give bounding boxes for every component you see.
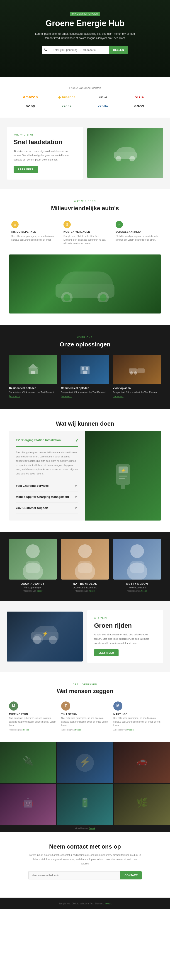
greenride-label: WIJ ZIJN xyxy=(94,617,156,619)
testimonials-title: Wat mensen zeggen xyxy=(9,687,161,695)
solution-desc-commercial: Sample text. Click to select the Text El… xyxy=(61,391,109,394)
feature-label-scale: SCHAALBAARHEID xyxy=(116,231,159,233)
gallery-grid: 🔌 ⚡ 🚗 🤖 🔋 xyxy=(0,742,170,825)
accordion-icon-fast: ∨ xyxy=(74,484,78,488)
betty-caption-link[interactable]: freepik xyxy=(141,590,147,592)
charging-station-icon: ⚡ xyxy=(107,460,139,492)
tina-text: Stet clita kasd gubergren, no sea takima… xyxy=(61,716,109,727)
clients-grid: amazon ◆ BINANCE EV∃A TESLA SONY crocs C… xyxy=(14,95,156,108)
greenride-image: ⚡ xyxy=(7,612,83,662)
gallery-image-2-icon: ⚡ xyxy=(57,742,113,783)
svg-point-7 xyxy=(100,294,107,301)
svg-point-28 xyxy=(78,544,92,558)
contact-section: Neem contact met ons op Lorem ipsum dolo… xyxy=(0,832,170,897)
mike-text: Stet clita kasd gubergren, no sea takima… xyxy=(9,716,57,727)
feature-label-risk: RISICO BEPERKEN xyxy=(11,231,54,233)
svg-rect-23 xyxy=(119,478,125,479)
contact-email-input[interactable] xyxy=(28,871,120,880)
accordion-header-support[interactable]: 24/7 Customer Support ∨ xyxy=(16,506,78,510)
who-read-more-button[interactable]: LEES MEER xyxy=(14,166,38,173)
contact-submit-button[interactable]: CONTACT xyxy=(120,871,142,880)
nat-caption-link[interactable]: freepik xyxy=(89,590,95,592)
feature-item-scale: ✓ SCHAALBAARHEID Stet clita kasd gubergr… xyxy=(113,219,161,248)
jack-caption-link[interactable]: freepik xyxy=(37,590,43,592)
betty-person-icon xyxy=(113,539,161,579)
cost-icon: $ xyxy=(63,221,71,228)
who-text-block: WIE WIJ ZIJN Snel laadstation At wisi eo… xyxy=(7,127,83,180)
svg-marker-9 xyxy=(27,364,39,368)
tina-caption: Afbeelding van freepik xyxy=(61,729,109,731)
svg-text:🔌: 🔌 xyxy=(22,756,34,766)
solution-image-fleet xyxy=(113,355,161,384)
accordion-title-fast: Fast Charging Services xyxy=(16,484,49,487)
hero-phone-input[interactable] xyxy=(50,46,109,54)
solution-desc-fleet: Sample text. Click to select the Text El… xyxy=(113,391,161,394)
cando-main-label: EV Charging Station Installation xyxy=(16,438,61,442)
testimonial-card-mike: M MIKE NORTON Stet clita kasd gubergren,… xyxy=(9,702,57,731)
solutions-section: OVER ONS Onze oplossingen Residentieel o… xyxy=(0,325,170,409)
svg-point-6 xyxy=(63,294,70,301)
solution-card-residential: Residentieel opladen Sample text. Click … xyxy=(9,355,57,398)
svg-point-31 xyxy=(130,544,144,558)
what-label: WAT WIJ DOEN xyxy=(9,200,161,202)
team-card-jack: JACK ALVAREZ Verkoopmanager Afbeelding v… xyxy=(9,539,57,592)
tina-name: TINA STERN xyxy=(61,713,109,716)
mary-text: Stet clita kasd gubergren, no sea takima… xyxy=(113,716,161,727)
contact-form: CONTACT xyxy=(28,871,142,880)
accordion-header-mobile[interactable]: Mobile App for Charging Management ∨ xyxy=(16,495,78,499)
mike-caption-link[interactable]: freepik xyxy=(23,729,29,731)
gallery-image-1-icon: 🔌 xyxy=(0,742,56,783)
hero-call-button[interactable]: BELLEN xyxy=(109,46,128,54)
gallery-item-6: 🌿 xyxy=(114,784,170,825)
mary-caption-link[interactable]: freepik xyxy=(128,729,134,731)
betty-role: Hoofdaccountant xyxy=(113,586,161,589)
big-car-silhouette-icon xyxy=(51,266,119,302)
mike-caption: Afbeelding van freepik xyxy=(9,729,57,731)
client-logo-tesla: TESLA xyxy=(135,95,144,99)
solution-image-residential xyxy=(9,355,57,384)
team-grid: JACK ALVAREZ Verkoopmanager Afbeelding v… xyxy=(9,539,161,592)
solutions-grid: Residentieel opladen Sample text. Click … xyxy=(9,355,161,398)
jack-name: JACK ALVAREZ xyxy=(9,582,57,585)
solutions-title: Onze oplossingen xyxy=(9,341,161,348)
accordion-item-support: 24/7 Customer Support ∨ xyxy=(16,503,78,514)
testimonial-card-tina: T TINA STERN Stet clita kasd gubergren, … xyxy=(61,702,109,731)
footer-link[interactable]: freepik xyxy=(105,902,112,905)
tina-avatar: T xyxy=(61,702,70,711)
gallery-image-5-icon: 🔋 xyxy=(57,784,113,825)
svg-point-37 xyxy=(49,636,57,644)
svg-rect-16 xyxy=(137,368,145,373)
gallery-caption-link[interactable]: freepik xyxy=(89,827,95,829)
feature-desc-cost: Sample text, Click to select the Text El… xyxy=(63,234,107,245)
fleet-icon xyxy=(128,363,146,376)
svg-point-18 xyxy=(134,371,137,375)
cando-expand-icon[interactable]: ∨ xyxy=(75,438,78,443)
svg-text:🔋: 🔋 xyxy=(79,797,91,808)
hero-badge: INNOVATIEF GROEN xyxy=(70,12,100,16)
scale-icon: ✓ xyxy=(116,221,123,228)
feature-label-cost: KOSTEN VERLAGEN xyxy=(63,231,107,233)
solution-link-commercial[interactable]: Lees meer xyxy=(61,395,109,398)
gallery-item-5: 🔋 xyxy=(57,784,113,825)
svg-text:🌿: 🌿 xyxy=(137,797,148,808)
svg-rect-13 xyxy=(86,367,88,370)
gallery-image-4-icon: 🤖 xyxy=(0,784,56,825)
svg-rect-14 xyxy=(83,371,87,374)
greenride-read-more-button[interactable]: LEES MEER xyxy=(94,649,118,656)
nat-role: Accountant-accountant xyxy=(61,586,109,589)
solution-link-residential[interactable]: Lees meer xyxy=(9,395,57,398)
what-title: Milieuvriendelijke auto's xyxy=(9,205,161,212)
nat-caption: Afbeelding van freepik xyxy=(61,590,109,592)
client-logo-sony: SONY xyxy=(26,104,35,108)
footer-text: Sample text. Click to select the Text El… xyxy=(58,902,104,905)
svg-rect-22 xyxy=(119,476,127,476)
svg-point-1 xyxy=(116,156,121,161)
testimonials-grid: M MIKE NORTON Stet clita kasd gubergren,… xyxy=(9,702,161,731)
svg-rect-27 xyxy=(26,562,40,573)
client-logo-amazon: amazon xyxy=(23,95,38,99)
tina-caption-link[interactable]: freepik xyxy=(75,729,81,731)
solution-link-fleet[interactable]: Lees meer xyxy=(113,395,161,398)
cando-image: ⚡ xyxy=(85,431,161,520)
accordion-header-fast[interactable]: Fast Charging Services ∨ xyxy=(16,484,78,488)
feature-desc-risk: Stet clita kasd gubergren, no sea takima… xyxy=(11,234,54,242)
